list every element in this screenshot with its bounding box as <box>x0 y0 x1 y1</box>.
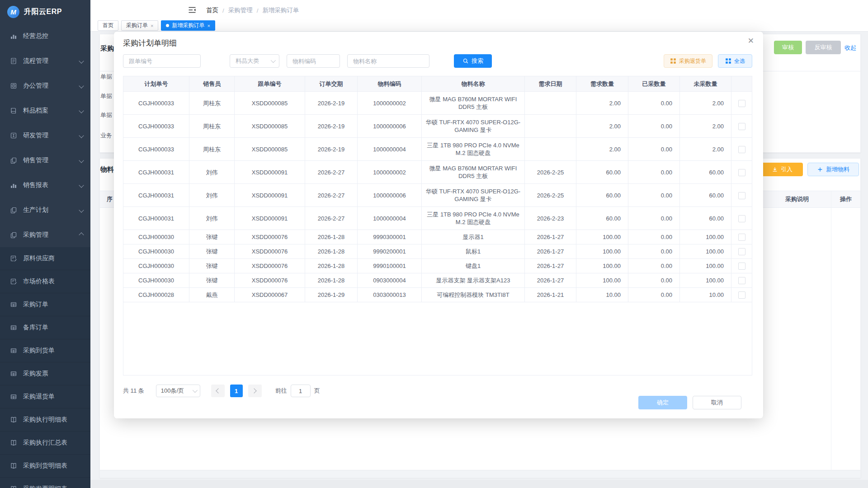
cell-r1-c8: 0.00 <box>628 115 680 138</box>
sidebar-item-0[interactable]: 经营总控 <box>0 23 90 48</box>
select-all-button[interactable]: 全选 <box>718 54 752 68</box>
cell-r5-c3: 2026-2-27 <box>305 207 358 230</box>
breadcrumb-item-1[interactable]: 采购管理 <box>228 6 253 14</box>
tab-1[interactable]: 采购订单× <box>121 20 158 31</box>
prev-page-button[interactable] <box>211 385 225 397</box>
submenu-item-3[interactable]: 备库订单 <box>0 316 90 339</box>
tab-close-icon[interactable]: × <box>207 23 210 28</box>
sidebar-item-6[interactable]: 销售报表 <box>0 173 90 197</box>
row-checkbox[interactable] <box>738 215 745 222</box>
import-button[interactable]: 引入 <box>761 163 803 176</box>
row-checkbox[interactable] <box>738 192 745 199</box>
row-checkbox[interactable] <box>738 146 745 153</box>
purchase-return-button[interactable]: 采购退货单 <box>664 54 712 68</box>
cell-r0-c0: CGJH000033 <box>123 92 189 115</box>
submenu-item-10[interactable]: 采购发票明细表 <box>0 478 90 488</box>
cell-r2-c2: XSDD000085 <box>235 138 305 161</box>
logo-icon: M <box>7 6 19 18</box>
row-checkbox[interactable] <box>738 291 745 299</box>
bar-chart-icon <box>10 33 17 40</box>
cell-r6-c6: 2026-1-27 <box>525 230 576 244</box>
download-icon <box>772 166 778 173</box>
row-checkbox[interactable] <box>738 169 745 176</box>
col-header-3: 订单交期 <box>305 76 358 92</box>
table-row[interactable]: CGJH000031刘伟XSDD0000912026-2-27100000000… <box>123 207 753 230</box>
sidebar-item-3[interactable]: 料品档案 <box>0 98 90 123</box>
sidebar-item-4[interactable]: 研发管理 <box>0 123 90 148</box>
bg-scrollbar-track[interactable] <box>100 470 860 478</box>
close-icon[interactable]: ✕ <box>748 37 754 45</box>
search-label: 搜索 <box>472 57 483 65</box>
unaudit-button[interactable]: 反审核 <box>806 41 841 54</box>
cell-r8-c7: 100.00 <box>576 259 628 273</box>
tab-2[interactable]: 新增采购订单× <box>161 20 215 31</box>
category-select[interactable]: 料品大类 <box>230 54 279 68</box>
submenu-item-5[interactable]: 采购发票 <box>0 362 90 385</box>
sidebar-item-5[interactable]: 销售管理 <box>0 148 90 173</box>
submenu-item-6[interactable]: 采购退货单 <box>0 385 90 408</box>
cell-r3-c4: 1000000002 <box>358 161 422 184</box>
sidebar-item-1[interactable]: 流程管理 <box>0 48 90 73</box>
sidebar-item-2[interactable]: 办公管理 <box>0 73 90 98</box>
cell-r0-c4: 1000000002 <box>358 92 422 115</box>
goto-label: 前往 <box>275 387 287 395</box>
cell-r4-c0: CGJH000031 <box>123 184 189 207</box>
submenu-item-label: 采购到货单 <box>23 347 55 355</box>
row-checkbox[interactable] <box>738 234 745 241</box>
sidebar-fold-icon[interactable] <box>188 6 196 14</box>
table-row[interactable]: CGJH000033周桂东XSDD0000852026-2-1910000000… <box>123 138 753 161</box>
submenu-item-8[interactable]: 采购执行汇总表 <box>0 432 90 455</box>
submenu-item-7[interactable]: 采购执行明细表 <box>0 408 90 432</box>
material-name-input[interactable] <box>347 54 429 68</box>
table-row[interactable]: CGJH000028戴燕XSDD0000672026-1-29030300001… <box>123 288 753 302</box>
breadcrumb-item-0[interactable]: 首页 <box>206 6 218 14</box>
submenu-item-1[interactable]: 市场价格表 <box>0 270 90 293</box>
page-size-select[interactable]: 100条/页 <box>156 385 200 397</box>
row-checkbox[interactable] <box>738 123 745 130</box>
current-page[interactable]: 1 <box>230 385 243 397</box>
row-checkbox[interactable] <box>738 100 745 107</box>
confirm-button[interactable]: 确定 <box>638 396 687 409</box>
row-checkbox[interactable] <box>738 248 745 255</box>
cancel-button[interactable]: 取消 <box>693 396 741 409</box>
table-row[interactable]: CGJH000033周桂东XSDD0000852026-2-1910000000… <box>123 92 753 115</box>
row-checkbox[interactable] <box>738 277 745 284</box>
goto-page-input[interactable] <box>291 385 311 397</box>
cell-r2-c3: 2026-2-19 <box>305 138 358 161</box>
collapse-link[interactable]: 收起 <box>844 44 856 52</box>
order-no-input[interactable] <box>123 54 201 68</box>
submenu-item-0[interactable]: 原料供应商 <box>0 247 90 270</box>
sidebar-item-7[interactable]: 生产计划 <box>0 197 90 222</box>
table-row[interactable]: CGJH000031刘伟XSDD0000912026-2-27100000000… <box>123 184 753 207</box>
table-row[interactable]: CGJH000030张键XSDD0000762026-1-28999020000… <box>123 244 753 259</box>
cell-r9-c0: CGJH000030 <box>123 273 189 288</box>
add-material-button[interactable]: 新增物料 <box>807 163 859 176</box>
row-checkbox[interactable] <box>738 263 745 270</box>
pagination-total: 共 11 条 <box>123 387 144 395</box>
cell-r8-c3: 2026-1-28 <box>305 259 358 273</box>
table-row[interactable]: CGJH000033周桂东XSDD0000852026-2-1910000000… <box>123 115 753 138</box>
submenu-item-9[interactable]: 采购到货明细表 <box>0 455 90 478</box>
tab-0[interactable]: 首页 <box>98 20 118 31</box>
audit-button[interactable]: 审核 <box>774 41 802 54</box>
table-row[interactable]: CGJH000030张键XSDD0000762026-1-28090300000… <box>123 273 753 288</box>
cell-r9-c5: 显示器支架 显示器支架A123 <box>422 273 525 288</box>
breadcrumb-item-2[interactable]: 新增采购订单 <box>263 6 299 14</box>
tab-close-icon[interactable]: × <box>151 23 153 28</box>
table-row[interactable]: CGJH000030张键XSDD0000762026-1-28999010000… <box>123 259 753 273</box>
sidebar-item-8[interactable]: 采购管理 <box>0 222 90 247</box>
order-section-title: 采购 <box>100 44 114 53</box>
table-row[interactable]: CGJH000031刘伟XSDD0000912026-2-27100000000… <box>123 161 753 184</box>
sidebar-item-label: 销售管理 <box>23 156 48 164</box>
next-page-button[interactable] <box>248 385 262 397</box>
cell-r0-c8: 0.00 <box>628 92 680 115</box>
chevron-left-icon <box>216 388 221 393</box>
submenu-item-2[interactable]: 采购订单 <box>0 293 90 316</box>
col-header-0: 计划单号 <box>123 76 189 92</box>
submenu-item-4[interactable]: 采购到货单 <box>0 339 90 362</box>
search-button[interactable]: 搜索 <box>454 54 492 68</box>
table-row[interactable]: CGJH000030张键XSDD0000762026-1-28999030000… <box>123 230 753 244</box>
purchase-submenu: 原料供应商市场价格表采购订单备库订单采购到货单采购发票采购退货单采购执行明细表采… <box>0 247 90 488</box>
cell-r0-c7: 2.00 <box>576 92 628 115</box>
material-code-input[interactable] <box>287 54 340 68</box>
